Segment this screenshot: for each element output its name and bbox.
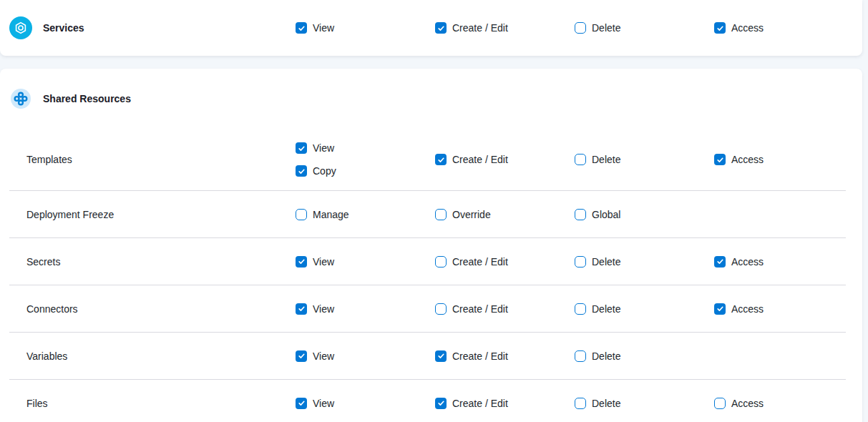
permission-cell: View (296, 395, 435, 412)
permission-checkbox-access[interactable]: Access (714, 253, 764, 270)
permission-cell: Create / Edit (435, 151, 575, 168)
permission-label: View (313, 398, 334, 409)
resource-row-label: Templates (9, 154, 296, 165)
permission-checkbox-delete[interactable]: Delete (575, 253, 620, 270)
checkbox-checked-icon (296, 350, 307, 362)
checkbox-checked-icon (296, 165, 307, 177)
permission-cell: Access (714, 151, 862, 168)
permission-checkbox-view[interactable]: View (296, 19, 334, 36)
permission-label: View (313, 22, 334, 34)
checkbox-checked-icon (296, 256, 307, 268)
permission-cell: Access (714, 300, 862, 318)
permission-checkbox-create-edit[interactable]: Create / Edit (435, 19, 508, 36)
permission-checkbox-override[interactable]: Override (435, 206, 491, 223)
checkbox-unchecked-icon (575, 350, 586, 362)
checkbox-unchecked-icon (575, 303, 586, 315)
permission-label: View (313, 350, 334, 362)
permission-cell: Create / Edit (435, 300, 575, 318)
resource-row-label: Connectors (9, 303, 296, 315)
permission-label: Access (731, 22, 764, 34)
permission-label: Create / Edit (452, 350, 508, 362)
permission-checkbox-delete[interactable]: Delete (575, 300, 620, 318)
permission-checkbox-access[interactable]: Access (714, 19, 764, 36)
checkbox-checked-icon (714, 22, 726, 34)
permission-label: Access (731, 303, 764, 315)
shared-resources-section: Shared Resources TemplatesViewCopyCreate… (0, 69, 862, 422)
services-label-cell: Services (9, 16, 296, 39)
permission-checkbox-delete[interactable]: Delete (575, 348, 620, 365)
checkbox-checked-icon (714, 256, 726, 268)
resource-row-secrets: SecretsViewCreate / EditDeleteAccess (0, 238, 862, 285)
checkbox-unchecked-icon (575, 22, 586, 34)
permission-checkbox-create-edit[interactable]: Create / Edit (435, 300, 508, 318)
checkbox-checked-icon (714, 303, 726, 315)
permission-checkbox-create-edit[interactable]: Create / Edit (435, 395, 508, 412)
permission-checkbox-access[interactable]: Access (714, 300, 764, 318)
resource-row-variables: VariablesViewCreate / EditDelete (0, 333, 862, 379)
permission-cell: Delete (575, 151, 714, 168)
permission-checkbox-access[interactable]: Access (714, 395, 764, 412)
checkbox-unchecked-icon (435, 303, 447, 315)
shared-resources-title: Shared Resources (43, 93, 131, 104)
checkbox-unchecked-icon (575, 398, 586, 409)
permission-label: Create / Edit (452, 22, 508, 34)
permission-cell: Delete (575, 395, 714, 412)
permission-checkbox-create-edit[interactable]: Create / Edit (435, 151, 508, 168)
permission-checkbox-delete[interactable]: Delete (575, 19, 620, 36)
resource-row-label: Files (9, 398, 296, 409)
permission-cell: Create / Edit (435, 348, 575, 365)
permission-label: Create / Edit (452, 398, 508, 409)
permission-checkbox-view[interactable]: View (296, 139, 334, 157)
permission-checkbox-create-edit[interactable]: Create / Edit (435, 348, 508, 365)
resource-row-label: Variables (9, 350, 296, 362)
resource-row-templates: TemplatesViewCopyCreate / EditDeleteAcce… (0, 129, 862, 190)
permission-label: View (313, 142, 334, 154)
checkbox-checked-icon (296, 22, 307, 34)
permission-label: Manage (313, 209, 349, 220)
permission-checkbox-view[interactable]: View (296, 253, 334, 270)
permission-checkbox-delete[interactable]: Delete (575, 151, 620, 168)
permission-label: Delete (592, 22, 620, 34)
permission-label: Delete (592, 350, 620, 362)
permission-checkbox-view[interactable]: View (296, 348, 334, 365)
permission-checkbox-view[interactable]: View (296, 395, 334, 412)
permission-label: Delete (592, 398, 620, 409)
permission-label: Override (452, 209, 491, 220)
resource-row-label: Secrets (9, 256, 296, 268)
permission-label: Copy (313, 165, 336, 177)
checkbox-checked-icon (714, 154, 726, 165)
checkbox-unchecked-icon (575, 154, 586, 165)
resource-row-deployment-freeze: Deployment FreezeManageOverrideGlobal (0, 191, 862, 237)
checkbox-checked-icon (435, 350, 447, 362)
permission-checkbox-manage[interactable]: Manage (296, 206, 349, 223)
permission-label: Delete (592, 303, 620, 315)
services-row: Services ViewCreate / EditDeleteAccess (0, 0, 862, 56)
permission-cell: View (296, 348, 435, 365)
permission-checkbox-delete[interactable]: Delete (575, 395, 620, 412)
resource-row-connectors: ConnectorsViewCreate / EditDeleteAccess (0, 285, 862, 332)
permission-checkbox-copy[interactable]: Copy (296, 162, 336, 180)
checkbox-unchecked-icon (714, 398, 726, 409)
permission-checkbox-create-edit[interactable]: Create / Edit (435, 253, 508, 270)
checkbox-checked-icon (296, 303, 307, 315)
permission-label: Create / Edit (452, 154, 508, 165)
permission-label: Delete (592, 256, 620, 268)
services-title: Services (43, 22, 84, 34)
permission-label: Access (731, 256, 764, 268)
permission-checkbox-global[interactable]: Global (575, 206, 620, 223)
permission-label: Global (592, 209, 620, 220)
permission-checkbox-access[interactable]: Access (714, 151, 764, 168)
permission-label: Delete (592, 154, 620, 165)
resource-row-files: FilesViewCreate / EditDeleteAccess (0, 380, 862, 422)
services-section: Services ViewCreate / EditDeleteAccess (0, 0, 862, 56)
permission-cell: Manage (296, 206, 435, 223)
permission-cell: ViewCopy (296, 139, 435, 180)
permission-cell: Delete (575, 253, 714, 270)
permission-cell: Override (435, 206, 575, 223)
permission-cell: Access (714, 253, 862, 270)
resource-row-label: Deployment Freeze (9, 209, 296, 220)
permission-checkbox-view[interactable]: View (296, 300, 334, 318)
permission-cell: Delete (575, 19, 714, 36)
checkbox-unchecked-icon (296, 209, 307, 220)
permission-label: Create / Edit (452, 303, 508, 315)
